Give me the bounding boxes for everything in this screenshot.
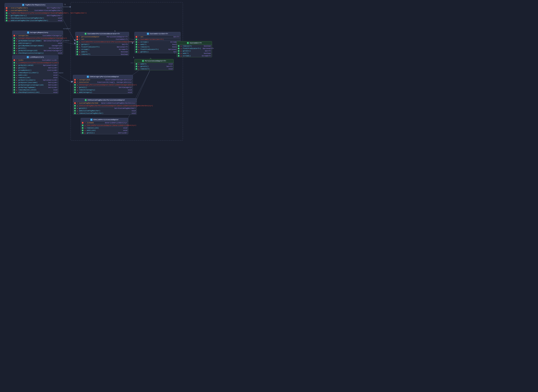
- method-name: getSet(): [81, 44, 89, 45]
- field-row: - ● customTagMatcherDAO GenericDAO<Custo…: [73, 102, 137, 104]
- method-return: boolean: [120, 51, 128, 53]
- visibility-public: +: [13, 87, 15, 89]
- visibility-public: +: [74, 89, 76, 91]
- method-name: add(T): [140, 44, 147, 45]
- field-row: - ● constuctor Function<String[], Catego…: [73, 81, 133, 84]
- visibility-public: +: [6, 20, 8, 22]
- visibility-private: -: [13, 35, 15, 37]
- class-header: I CustomSetPersistenceDecorator<T>: [76, 32, 129, 36]
- method-icon: ■: [76, 112, 78, 114]
- methods-section: + ■ remove(T) boolean + ■ find(Predicate…: [177, 45, 212, 57]
- svg-line-3: [62, 42, 75, 45]
- method-row: + ■ getAll() Set<CustomTagMatcher>: [73, 107, 137, 110]
- visibility-public: +: [74, 107, 76, 109]
- visibility-public: +: [76, 53, 78, 55]
- visibility-public: +: [13, 74, 15, 76]
- method-icon: ■: [84, 130, 86, 131]
- fields-section: - ● staticTagMatchers Set<TagMatcher> - …: [5, 7, 63, 12]
- method-name: getByUrl(LinkUrl): [18, 79, 35, 81]
- visibility-public: +: [178, 52, 180, 54]
- constructor-icon: ■: [138, 38, 140, 40]
- visibility-public: +: [13, 84, 15, 86]
- constructor-name: LinkRepository(PersistenceAdapter<Link>): [18, 62, 59, 64]
- method-row: + ■ getAll() Set<Category>: [12, 47, 63, 49]
- class-name: LinkRepository: [30, 56, 44, 58]
- fields-section: - ● persistenceAdapter PersistenceAdapte…: [76, 36, 129, 41]
- method-return: Set<CustomTagMatcher>: [113, 107, 136, 109]
- methods-section: + ■ remove(Link) void + ■ add(Link) void…: [81, 127, 128, 134]
- class-icon: C: [87, 76, 89, 78]
- method-return: Set<Category>: [48, 47, 62, 49]
- class-header: C CategoryRepository: [12, 31, 63, 34]
- field-icon: ●: [79, 38, 81, 40]
- method-return: Set<T>: [165, 65, 172, 67]
- svg-text:1: 1: [114, 30, 115, 32]
- field-name: persistenceAdapter: [81, 36, 100, 38]
- method-name: checkDuplicates(Category): [18, 52, 44, 54]
- visibility-private: -: [6, 9, 8, 11]
- method-row: + ■ add(CustomTagMatcher) void: [73, 110, 137, 112]
- method-row: + ■ getAll() Set<Category>: [73, 86, 133, 89]
- method-name: remove(CustomTagMatcher): [79, 112, 103, 114]
- constructor-row: + ■ CustomSetPersistenceDecorator(Persis…: [76, 41, 129, 43]
- method-name: remove(T): [140, 68, 149, 70]
- method-row: + ■ add(Category) void: [12, 42, 63, 45]
- class-header: C LinkRepository: [12, 56, 58, 59]
- method-return: Set<T>: [121, 44, 128, 45]
- field-type: Function<String[], CategoryEntity>: [96, 81, 132, 83]
- method-icon: ■: [138, 63, 140, 65]
- method-icon: ■: [76, 92, 78, 93]
- field-type: PersistenceAdapter<T>: [105, 36, 128, 38]
- class-custom-strict-set: C CustomStrictSet<T> - ● set Set<T> + ■ …: [134, 32, 181, 53]
- svg-marker-24: [150, 58, 152, 59]
- constructor-icon: ■: [16, 37, 18, 39]
- method-return: void: [127, 89, 132, 91]
- method-row: + ■ getAll() Set<Link>: [81, 132, 128, 134]
- method-name: getAll(): [79, 87, 87, 89]
- method-name: add(Link): [18, 74, 27, 76]
- svg-marker-22: [70, 6, 71, 8]
- method-return: Set<Link>: [47, 87, 57, 89]
- class-name: CustomSet<T>: [190, 42, 202, 44]
- svg-marker-7: [71, 81, 73, 83]
- visibility-public: +: [74, 112, 76, 114]
- method-name: remove(T): [183, 45, 192, 47]
- class-csv-category-persistence-adapter: C CSVCategoryPersistenceAdapter - ● cate…: [73, 75, 133, 94]
- method-return: Set<Link>: [47, 84, 57, 86]
- method-icon: ■: [138, 41, 140, 43]
- method-row: + ■ getByTag(TagName) Set<Link>: [12, 86, 58, 89]
- class-custom-set-persistence-decorator: I CustomSetPersistenceDecorator<T> - ● p…: [75, 32, 129, 56]
- method-return: Set<Category>: [117, 87, 132, 89]
- method-row: + ■ getById(CategoryId) Optional<Categor…: [12, 49, 63, 52]
- constructor-icon: ■: [84, 125, 86, 126]
- visibility-public: +: [13, 89, 15, 91]
- method-name: find(Predicate<T>): [81, 46, 100, 48]
- constructors-section: + ■ CSVCustomTagMatcherPersistenceAdapte…: [73, 104, 137, 107]
- method-row: + ■ getByCategory(CategoryId) Set<Link>: [12, 84, 58, 86]
- method-name: checkDuplicates(CustomTagMatcher): [11, 17, 44, 19]
- method-return: void: [52, 72, 57, 74]
- constructors-section: + ■ CSVCategoryPersistenceAdapter(Generi…: [73, 84, 133, 86]
- interface-custom-set: I CustomSet<T> + ■ remove(T) boolean + ■…: [177, 41, 212, 57]
- visibility-public: +: [13, 72, 15, 74]
- constructor-row: + ■ CategoryRepository(PersistenceAdapte…: [12, 37, 63, 39]
- method-icon: ■: [84, 127, 86, 129]
- field-name: links: [18, 59, 23, 61]
- method-row: + ■ find(Predicate<T>) Optional<T>: [76, 46, 129, 48]
- method-icon: ■: [138, 44, 140, 45]
- field-icon: ●: [8, 7, 10, 9]
- constructor-name: CustomSetPersistenceDecorator(Persistenc…: [81, 41, 134, 43]
- visibility-private: -: [6, 7, 8, 9]
- method-row: + ■ remove(T) boolean: [177, 45, 212, 47]
- method-name: remove(Category): [79, 89, 95, 91]
- method-return: Set<Link>: [47, 67, 57, 69]
- field-icon: ●: [79, 36, 81, 38]
- visibility-public: +: [178, 48, 180, 49]
- method-return: Optional<Link>: [42, 79, 57, 81]
- constructors-section: + ■ CategoryRepository(PersistenceAdapte…: [12, 37, 63, 40]
- visibility-public: +: [74, 110, 76, 112]
- method-name: getByTag(TagName): [18, 87, 35, 89]
- visibility-public: +: [135, 48, 137, 50]
- visibility-public: +: [135, 51, 137, 53]
- method-name: add(CustomTagMatcher): [79, 110, 100, 112]
